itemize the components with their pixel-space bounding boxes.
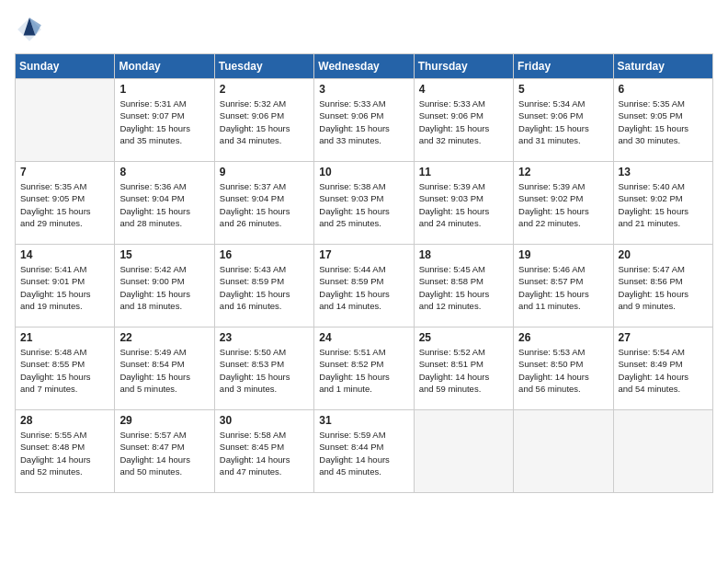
day-info: Sunrise: 5:39 AM Sunset: 9:03 PM Dayligh… — [419, 180, 508, 229]
calendar-cell: 26Sunrise: 5:53 AM Sunset: 8:50 PM Dayli… — [514, 327, 613, 410]
day-info: Sunrise: 5:35 AM Sunset: 9:05 PM Dayligh… — [20, 180, 109, 229]
calendar-cell — [613, 410, 712, 493]
calendar-cell: 14Sunrise: 5:41 AM Sunset: 9:01 PM Dayli… — [16, 245, 115, 327]
calendar-week-row: 14Sunrise: 5:41 AM Sunset: 9:01 PM Dayli… — [16, 245, 713, 327]
day-number: 1 — [119, 83, 209, 96]
calendar-cell: 21Sunrise: 5:48 AM Sunset: 8:55 PM Dayli… — [16, 327, 115, 410]
calendar-cell: 17Sunrise: 5:44 AM Sunset: 8:59 PM Dayli… — [314, 245, 414, 327]
day-info: Sunrise: 5:39 AM Sunset: 9:02 PM Dayligh… — [518, 180, 608, 229]
day-info: Sunrise: 5:52 AM Sunset: 8:51 PM Dayligh… — [419, 346, 508, 395]
day-info: Sunrise: 5:44 AM Sunset: 8:59 PM Dayligh… — [319, 263, 408, 312]
day-info: Sunrise: 5:36 AM Sunset: 9:04 PM Dayligh… — [119, 180, 209, 229]
day-number: 23 — [220, 331, 309, 344]
weekday-header: Wednesday — [314, 54, 414, 79]
calendar-cell: 9Sunrise: 5:37 AM Sunset: 9:04 PM Daylig… — [214, 162, 313, 245]
calendar-cell: 25Sunrise: 5:52 AM Sunset: 8:51 PM Dayli… — [414, 327, 513, 410]
day-number: 17 — [319, 248, 408, 261]
day-number: 12 — [518, 166, 608, 178]
day-number: 25 — [419, 331, 508, 344]
day-info: Sunrise: 5:34 AM Sunset: 9:06 PM Dayligh… — [518, 98, 608, 146]
calendar-week-row: 28Sunrise: 5:55 AM Sunset: 8:48 PM Dayli… — [16, 410, 713, 493]
day-number: 14 — [20, 248, 109, 261]
day-number: 15 — [119, 248, 209, 261]
day-info: Sunrise: 5:48 AM Sunset: 8:55 PM Dayligh… — [20, 346, 109, 395]
day-info: Sunrise: 5:50 AM Sunset: 8:53 PM Dayligh… — [220, 346, 309, 395]
weekday-header: Tuesday — [214, 54, 313, 79]
day-number: 4 — [419, 83, 508, 96]
day-number: 29 — [119, 414, 209, 427]
day-number: 31 — [319, 414, 408, 427]
calendar-cell: 8Sunrise: 5:36 AM Sunset: 9:04 PM Daylig… — [115, 162, 214, 245]
day-info: Sunrise: 5:33 AM Sunset: 9:06 PM Dayligh… — [319, 98, 408, 146]
calendar-cell: 2Sunrise: 5:32 AM Sunset: 9:06 PM Daylig… — [214, 79, 313, 162]
logo — [15, 15, 48, 44]
weekday-header-row: SundayMondayTuesdayWednesdayThursdayFrid… — [16, 54, 713, 79]
weekday-header: Thursday — [414, 54, 513, 79]
day-number: 22 — [119, 331, 209, 344]
day-info: Sunrise: 5:45 AM Sunset: 8:58 PM Dayligh… — [419, 263, 508, 312]
day-info: Sunrise: 5:46 AM Sunset: 8:57 PM Dayligh… — [518, 263, 608, 312]
weekday-header: Friday — [514, 54, 613, 79]
calendar-cell: 4Sunrise: 5:33 AM Sunset: 9:06 PM Daylig… — [414, 79, 513, 162]
day-info: Sunrise: 5:49 AM Sunset: 8:54 PM Dayligh… — [119, 346, 209, 395]
calendar-cell: 20Sunrise: 5:47 AM Sunset: 8:56 PM Dayli… — [613, 245, 712, 327]
calendar-cell: 23Sunrise: 5:50 AM Sunset: 8:53 PM Dayli… — [214, 327, 313, 410]
day-number: 30 — [220, 414, 309, 427]
day-number: 8 — [119, 166, 209, 178]
calendar-week-row: 1Sunrise: 5:31 AM Sunset: 9:07 PM Daylig… — [16, 79, 713, 162]
weekday-header: Monday — [115, 54, 214, 79]
day-number: 3 — [319, 83, 408, 96]
day-info: Sunrise: 5:33 AM Sunset: 9:06 PM Dayligh… — [419, 98, 508, 146]
day-number: 11 — [419, 166, 508, 178]
day-number: 2 — [220, 83, 309, 96]
day-info: Sunrise: 5:55 AM Sunset: 8:48 PM Dayligh… — [20, 429, 109, 477]
day-info: Sunrise: 5:43 AM Sunset: 8:59 PM Dayligh… — [220, 263, 309, 312]
calendar-cell: 29Sunrise: 5:57 AM Sunset: 8:47 PM Dayli… — [115, 410, 214, 493]
page-header — [15, 15, 713, 44]
day-info: Sunrise: 5:35 AM Sunset: 9:05 PM Dayligh… — [619, 98, 708, 146]
calendar-cell: 12Sunrise: 5:39 AM Sunset: 9:02 PM Dayli… — [514, 162, 613, 245]
calendar-cell: 5Sunrise: 5:34 AM Sunset: 9:06 PM Daylig… — [514, 79, 613, 162]
day-info: Sunrise: 5:51 AM Sunset: 8:52 PM Dayligh… — [319, 346, 408, 395]
calendar-week-row: 21Sunrise: 5:48 AM Sunset: 8:55 PM Dayli… — [16, 327, 713, 410]
day-info: Sunrise: 5:54 AM Sunset: 8:49 PM Dayligh… — [619, 346, 708, 395]
calendar-cell: 10Sunrise: 5:38 AM Sunset: 9:03 PM Dayli… — [314, 162, 414, 245]
calendar-cell: 31Sunrise: 5:59 AM Sunset: 8:44 PM Dayli… — [314, 410, 414, 493]
day-info: Sunrise: 5:58 AM Sunset: 8:45 PM Dayligh… — [220, 429, 309, 477]
day-number: 28 — [20, 414, 109, 427]
calendar-week-row: 7Sunrise: 5:35 AM Sunset: 9:05 PM Daylig… — [16, 162, 713, 245]
logo-icon — [15, 15, 44, 44]
day-number: 10 — [319, 166, 408, 178]
day-number: 5 — [518, 83, 608, 96]
calendar-table: SundayMondayTuesdayWednesdayThursdayFrid… — [15, 53, 713, 493]
day-number: 20 — [619, 248, 708, 261]
calendar-cell — [514, 410, 613, 493]
day-info: Sunrise: 5:42 AM Sunset: 9:00 PM Dayligh… — [119, 263, 209, 312]
calendar-cell: 16Sunrise: 5:43 AM Sunset: 8:59 PM Dayli… — [214, 245, 313, 327]
day-number: 18 — [419, 248, 508, 261]
calendar-cell — [16, 79, 115, 162]
calendar-cell: 15Sunrise: 5:42 AM Sunset: 9:00 PM Dayli… — [115, 245, 214, 327]
day-info: Sunrise: 5:47 AM Sunset: 8:56 PM Dayligh… — [619, 263, 708, 312]
calendar-cell: 27Sunrise: 5:54 AM Sunset: 8:49 PM Dayli… — [613, 327, 712, 410]
day-number: 19 — [518, 248, 608, 261]
day-number: 7 — [20, 166, 109, 178]
day-info: Sunrise: 5:59 AM Sunset: 8:44 PM Dayligh… — [319, 429, 408, 477]
day-number: 26 — [518, 331, 608, 344]
calendar-cell: 1Sunrise: 5:31 AM Sunset: 9:07 PM Daylig… — [115, 79, 214, 162]
day-info: Sunrise: 5:31 AM Sunset: 9:07 PM Dayligh… — [119, 98, 209, 146]
calendar-cell: 7Sunrise: 5:35 AM Sunset: 9:05 PM Daylig… — [16, 162, 115, 245]
calendar-cell: 11Sunrise: 5:39 AM Sunset: 9:03 PM Dayli… — [414, 162, 513, 245]
day-number: 16 — [220, 248, 309, 261]
weekday-header: Sunday — [16, 54, 115, 79]
day-info: Sunrise: 5:40 AM Sunset: 9:02 PM Dayligh… — [619, 180, 708, 229]
day-number: 9 — [220, 166, 309, 178]
calendar-cell: 19Sunrise: 5:46 AM Sunset: 8:57 PM Dayli… — [514, 245, 613, 327]
calendar-cell: 28Sunrise: 5:55 AM Sunset: 8:48 PM Dayli… — [16, 410, 115, 493]
day-number: 6 — [619, 83, 708, 96]
day-info: Sunrise: 5:38 AM Sunset: 9:03 PM Dayligh… — [319, 180, 408, 229]
calendar-cell — [414, 410, 513, 493]
weekday-header: Saturday — [613, 54, 712, 79]
day-info: Sunrise: 5:57 AM Sunset: 8:47 PM Dayligh… — [119, 429, 209, 477]
day-number: 13 — [619, 166, 708, 178]
